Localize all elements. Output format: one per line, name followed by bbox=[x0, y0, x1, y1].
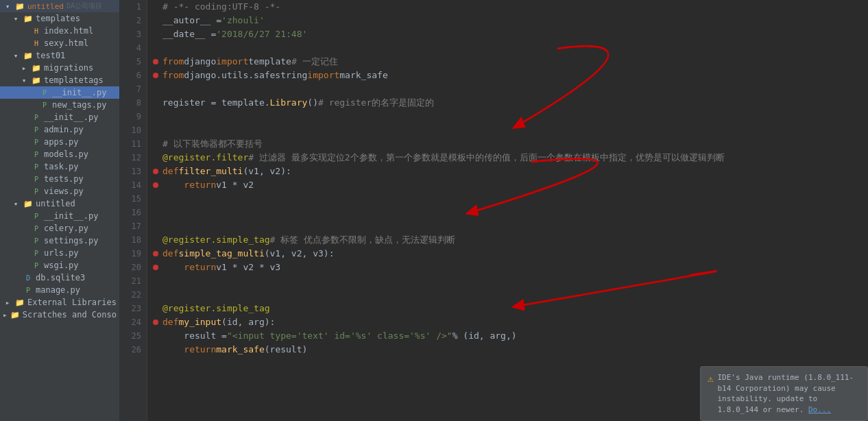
breakpoint-marker bbox=[153, 59, 158, 64]
sidebar-item-label: migrations bbox=[44, 63, 93, 73]
code-line-16 bbox=[153, 206, 868, 219]
sidebar-item-scratches[interactable]: ▸ 📁 Scratches and Conso bbox=[0, 309, 119, 321]
code-content[interactable]: # -*- coding:UTF-8 -*- __autor__ = 'zhou… bbox=[147, 0, 868, 421]
code-text: mark_safe bbox=[216, 343, 264, 357]
py-file-icon: P bbox=[23, 287, 33, 294]
sidebar-item-db-sqlite[interactable]: D db.sqlite3 bbox=[0, 272, 119, 284]
sidebar-item-label: templates bbox=[36, 14, 80, 23]
sidebar-item-label: views.py bbox=[44, 187, 84, 196]
sidebar-item-templatetags[interactable]: ▾ 📁 templatetags bbox=[0, 74, 119, 86]
py-file-icon: P bbox=[32, 237, 41, 245]
expand-placeholder bbox=[19, 125, 29, 134]
code-text: return bbox=[184, 343, 216, 357]
sidebar-item-apps-py[interactable]: P apps.py bbox=[0, 136, 119, 148]
code-text: import bbox=[216, 55, 248, 69]
expand-placeholder bbox=[19, 212, 29, 221]
sidebar-item-label: admin.py bbox=[44, 125, 84, 134]
code-text: % (id, arg,) bbox=[453, 329, 517, 343]
sidebar-item-celery-py[interactable]: P celery.py bbox=[0, 222, 119, 234]
sidebar-item-init-py-1[interactable]: P __init__.py bbox=[0, 111, 119, 123]
code-line-25: result = "<input type='text' id='%s' cla… bbox=[153, 329, 868, 343]
py-file-icon: P bbox=[40, 89, 49, 97]
sidebar-item-test01[interactable]: ▾ 📁 test01 bbox=[0, 49, 119, 62]
sidebar-item-index-html[interactable]: H index.html bbox=[0, 25, 119, 37]
sidebar-label: untitled bbox=[27, 2, 64, 11]
expand-icon bbox=[3, 2, 12, 11]
code-line-14: return v1 * v2 bbox=[153, 178, 868, 192]
sidebar-item-init-py-3[interactable]: P __init__.py bbox=[0, 210, 119, 222]
py-file-icon: P bbox=[32, 126, 41, 134]
sidebar-item-tests-py[interactable]: P tests.py bbox=[0, 173, 119, 185]
expand-placeholder bbox=[19, 39, 29, 48]
sidebar-item-models-py[interactable]: P models.py bbox=[0, 148, 119, 160]
folder-icon: 📁 bbox=[23, 51, 33, 60]
breakpoint-marker bbox=[153, 169, 158, 174]
sidebar-item-templates[interactable]: ▾ 📁 templates bbox=[0, 12, 119, 25]
code-text: # register的名字是固定的 bbox=[318, 96, 434, 110]
sidebar-item-label: Scratches and Conso bbox=[23, 310, 117, 320]
expand-placeholder bbox=[19, 175, 29, 184]
sidebar-item-init-py-2[interactable]: P __init__.py bbox=[0, 86, 119, 99]
py-file-icon: P bbox=[32, 139, 41, 146]
folder-icon: 📁 bbox=[15, 2, 25, 11]
code-line-22 bbox=[153, 288, 868, 302]
expand-placeholder bbox=[27, 101, 37, 110]
folder-icon: 📁 bbox=[23, 200, 33, 208]
code-text: () bbox=[307, 96, 318, 110]
sidebar-item-external-libs[interactable]: ▸ 📁 External Libraries bbox=[0, 296, 119, 309]
expand-icon: ▾ bbox=[11, 200, 21, 208]
sidebar-item-settings-py[interactable]: P settings.py bbox=[0, 234, 119, 247]
breakpoint-marker bbox=[153, 182, 158, 188]
code-line-21 bbox=[153, 274, 868, 288]
code-text: django.utils.safestring bbox=[184, 69, 307, 82]
sidebar-item-label: models.py bbox=[44, 149, 88, 159]
sidebar-item-label: db.sqlite3 bbox=[36, 273, 85, 282]
sidebar-item-urls-py[interactable]: P urls.py bbox=[0, 247, 119, 259]
expand-placeholder bbox=[19, 113, 29, 122]
sidebar-item-views-py[interactable]: P views.py bbox=[0, 185, 119, 197]
expand-icon: ▸ bbox=[3, 298, 12, 307]
code-text: (id, arg): bbox=[221, 315, 275, 329]
folder-icon: 📁 bbox=[23, 14, 33, 23]
py-file-icon: P bbox=[32, 188, 41, 195]
sidebar-item-label: tests.py bbox=[44, 174, 84, 184]
sidebar-item-label: untitled bbox=[36, 199, 75, 208]
sidebar-item-label: __init__.py bbox=[44, 211, 98, 221]
breakpoint-marker bbox=[153, 251, 158, 256]
sidebar-item-untitled-root[interactable]: 📁 untitled DA公司项目 bbox=[0, 0, 119, 12]
sidebar-item-task-py[interactable]: P task.py bbox=[0, 160, 119, 173]
sidebar-item-label: new_tags.py bbox=[52, 100, 106, 110]
sidebar-item-migrations[interactable]: ▸ 📁 migrations bbox=[0, 62, 119, 74]
code-text: v1 * v2 bbox=[216, 178, 254, 192]
expand-placeholder bbox=[19, 261, 29, 270]
expand-icon: ▾ bbox=[11, 51, 21, 60]
code-text: from bbox=[162, 69, 184, 82]
code-line-19: def simple_tag_multi(v1, v2, v3): bbox=[153, 247, 868, 261]
sidebar-item-label: urls.py bbox=[44, 248, 79, 258]
db-file-icon: D bbox=[23, 274, 33, 282]
sidebar-item-wsgi-py[interactable]: P wsgi.py bbox=[0, 259, 119, 272]
expand-placeholder bbox=[19, 249, 29, 258]
sidebar-item-label: apps.py bbox=[44, 137, 79, 147]
code-text: # -*- coding:UTF-8 -*- bbox=[162, 0, 280, 14]
code-line-2: __autor__ = 'zhouli' bbox=[153, 14, 868, 27]
code-editor[interactable]: 1 2 3 4 5 6 7 8 9 10 11 12 13 14 15 16 1… bbox=[120, 0, 868, 421]
sidebar-item-admin-py[interactable]: P admin.py bbox=[0, 123, 119, 136]
code-line-18: @register.simple_tag # 标签 优点参数不限制，缺点，无法逻… bbox=[153, 233, 868, 247]
sidebar-item-untitled2[interactable]: ▾ 📁 untitled bbox=[0, 197, 119, 210]
py-file-icon: P bbox=[40, 101, 49, 109]
sidebar-item-manage-py[interactable]: P manage.py bbox=[0, 284, 119, 296]
code-text: # 过滤器 最多实现定位2个参数，第一个参数就是模板中的传的值，后面一个参数在模… bbox=[248, 151, 724, 165]
code-line-12: @register.filter # 过滤器 最多实现定位2个参数，第一个参数就… bbox=[153, 151, 868, 165]
folder-icon: 📁 bbox=[32, 76, 41, 85]
expand-icon: ▸ bbox=[3, 311, 8, 320]
sidebar-item-new-tags-py[interactable]: P new_tags.py bbox=[0, 99, 119, 111]
code-line-8: register = template.Library() # register… bbox=[153, 96, 868, 110]
code-text: template bbox=[248, 55, 291, 69]
code-text: return bbox=[184, 261, 216, 274]
code-text: "<input type='text' id='%s' class='%s' /… bbox=[227, 329, 453, 343]
sidebar-item-sexy-html[interactable]: H sexy.html bbox=[0, 37, 119, 49]
code-text: v1 * v2 * v3 bbox=[216, 261, 280, 274]
notification-link[interactable]: Do... bbox=[808, 405, 831, 414]
file-tree[interactable]: 📁 untitled DA公司项目 ▾ 📁 templates H index.… bbox=[0, 0, 120, 421]
